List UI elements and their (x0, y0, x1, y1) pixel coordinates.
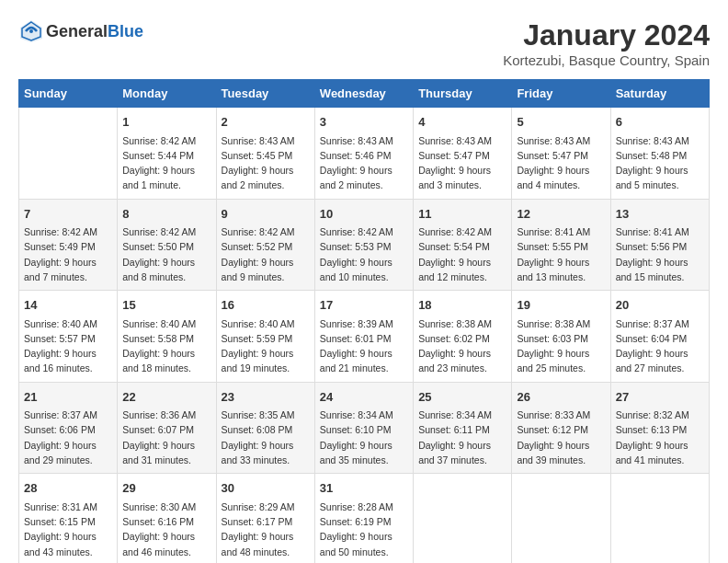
logo-blue-label: Blue (108, 22, 143, 40)
day-info: Sunrise: 8:40 AM Sunset: 5:57 PM Dayligh… (24, 316, 112, 376)
calendar-subtitle: Kortezubi, Basque Country, Spain (503, 52, 710, 68)
day-cell: 16Sunrise: 8:40 AM Sunset: 5:59 PM Dayli… (216, 291, 314, 383)
day-cell: 9Sunrise: 8:42 AM Sunset: 5:52 PM Daylig… (216, 199, 314, 291)
day-info: Sunrise: 8:41 AM Sunset: 5:55 PM Dayligh… (517, 224, 605, 284)
day-info: Sunrise: 8:35 AM Sunset: 6:08 PM Dayligh… (222, 408, 310, 467)
day-cell: 11Sunrise: 8:42 AM Sunset: 5:54 PM Dayli… (414, 199, 512, 291)
day-info: Sunrise: 8:29 AM Sunset: 6:17 PM Dayligh… (222, 500, 310, 559)
calendar-title: January 2024 (503, 18, 710, 52)
day-number: 5 (517, 113, 605, 132)
week-row-4: 21Sunrise: 8:37 AM Sunset: 6:06 PM Dayli… (19, 382, 710, 474)
header-row: Sunday Monday Tuesday Wednesday Thursday… (19, 80, 710, 108)
week-row-5: 28Sunrise: 8:31 AM Sunset: 6:15 PM Dayli… (19, 474, 710, 563)
week-row-3: 14Sunrise: 8:40 AM Sunset: 5:57 PM Dayli… (19, 291, 710, 383)
day-cell: 30Sunrise: 8:29 AM Sunset: 6:17 PM Dayli… (216, 474, 314, 563)
day-info: Sunrise: 8:37 AM Sunset: 6:04 PM Dayligh… (616, 316, 704, 376)
day-cell: 7Sunrise: 8:42 AM Sunset: 5:49 PM Daylig… (19, 199, 118, 291)
day-cell: 2Sunrise: 8:43 AM Sunset: 5:45 PM Daylig… (216, 108, 314, 200)
day-number: 4 (418, 113, 506, 132)
day-cell: 14Sunrise: 8:40 AM Sunset: 5:57 PM Dayli… (19, 291, 118, 383)
day-number: 30 (222, 479, 310, 498)
day-cell: 25Sunrise: 8:34 AM Sunset: 6:11 PM Dayli… (414, 382, 512, 474)
day-cell: 28Sunrise: 8:31 AM Sunset: 6:15 PM Dayli… (19, 474, 118, 563)
day-cell: 24Sunrise: 8:34 AM Sunset: 6:10 PM Dayli… (314, 382, 413, 474)
day-number: 31 (320, 479, 408, 498)
day-info: Sunrise: 8:42 AM Sunset: 5:53 PM Dayligh… (320, 224, 408, 284)
day-info: Sunrise: 8:34 AM Sunset: 6:11 PM Dayligh… (418, 408, 506, 467)
title-area: January 2024 Kortezubi, Basque Country, … (503, 18, 710, 68)
week-row-2: 7Sunrise: 8:42 AM Sunset: 5:49 PM Daylig… (19, 199, 710, 291)
day-info: Sunrise: 8:43 AM Sunset: 5:47 PM Dayligh… (517, 133, 605, 193)
day-number: 16 (222, 296, 310, 315)
day-cell: 27Sunrise: 8:32 AM Sunset: 6:13 PM Dayli… (610, 382, 709, 474)
day-cell: 13Sunrise: 8:41 AM Sunset: 5:56 PM Dayli… (610, 199, 709, 291)
day-cell: 5Sunrise: 8:43 AM Sunset: 5:47 PM Daylig… (512, 108, 610, 200)
calendar-table: Sunday Monday Tuesday Wednesday Thursday… (18, 79, 710, 563)
day-number: 26 (517, 388, 605, 407)
day-number: 17 (320, 296, 408, 315)
day-cell (512, 474, 610, 563)
day-info: Sunrise: 8:43 AM Sunset: 5:47 PM Dayligh… (418, 133, 506, 193)
day-number: 14 (24, 296, 112, 315)
day-info: Sunrise: 8:38 AM Sunset: 6:03 PM Dayligh… (517, 316, 605, 376)
day-number: 13 (616, 205, 704, 224)
day-number: 15 (122, 296, 210, 315)
svg-point-2 (29, 29, 33, 33)
day-cell: 31Sunrise: 8:28 AM Sunset: 6:19 PM Dayli… (314, 474, 413, 563)
logo-text: GeneralBlue (46, 22, 143, 41)
day-cell: 17Sunrise: 8:39 AM Sunset: 6:01 PM Dayli… (314, 291, 413, 383)
day-number: 11 (418, 205, 506, 224)
day-number: 24 (320, 388, 408, 407)
day-number: 7 (24, 205, 112, 224)
day-info: Sunrise: 8:42 AM Sunset: 5:54 PM Dayligh… (418, 224, 506, 284)
day-cell: 15Sunrise: 8:40 AM Sunset: 5:58 PM Dayli… (118, 291, 216, 383)
day-cell: 26Sunrise: 8:33 AM Sunset: 6:12 PM Dayli… (512, 382, 610, 474)
day-cell: 29Sunrise: 8:30 AM Sunset: 6:16 PM Dayli… (118, 474, 216, 563)
day-info: Sunrise: 8:41 AM Sunset: 5:56 PM Dayligh… (616, 224, 704, 284)
day-number: 27 (616, 388, 704, 407)
day-cell: 22Sunrise: 8:36 AM Sunset: 6:07 PM Dayli… (118, 382, 216, 474)
day-info: Sunrise: 8:31 AM Sunset: 6:15 PM Dayligh… (24, 500, 112, 559)
day-number: 21 (24, 388, 112, 407)
logo-general: General (46, 22, 108, 40)
day-info: Sunrise: 8:39 AM Sunset: 6:01 PM Dayligh… (320, 316, 408, 376)
col-sunday: Sunday (19, 80, 118, 108)
day-cell: 20Sunrise: 8:37 AM Sunset: 6:04 PM Dayli… (610, 291, 709, 383)
col-monday: Monday (118, 80, 216, 108)
day-number: 20 (616, 296, 704, 315)
day-info: Sunrise: 8:37 AM Sunset: 6:06 PM Dayligh… (24, 408, 112, 467)
day-number: 10 (320, 205, 408, 224)
day-cell: 12Sunrise: 8:41 AM Sunset: 5:55 PM Dayli… (512, 199, 610, 291)
day-info: Sunrise: 8:42 AM Sunset: 5:49 PM Dayligh… (24, 224, 112, 284)
col-wednesday: Wednesday (314, 80, 413, 108)
day-info: Sunrise: 8:43 AM Sunset: 5:45 PM Dayligh… (222, 133, 310, 193)
day-cell (610, 474, 709, 563)
page-header: GeneralBlue January 2024 Kortezubi, Basq… (18, 18, 710, 68)
day-cell: 3Sunrise: 8:43 AM Sunset: 5:46 PM Daylig… (314, 108, 413, 200)
day-cell: 1Sunrise: 8:42 AM Sunset: 5:44 PM Daylig… (118, 108, 216, 200)
day-number: 6 (616, 113, 704, 132)
day-number: 29 (122, 479, 210, 498)
col-thursday: Thursday (414, 80, 512, 108)
day-number: 22 (122, 388, 210, 407)
day-info: Sunrise: 8:42 AM Sunset: 5:52 PM Dayligh… (222, 224, 310, 284)
day-info: Sunrise: 8:42 AM Sunset: 5:44 PM Dayligh… (122, 133, 210, 193)
day-number: 3 (320, 113, 408, 132)
col-friday: Friday (512, 80, 610, 108)
day-info: Sunrise: 8:28 AM Sunset: 6:19 PM Dayligh… (320, 500, 408, 559)
day-info: Sunrise: 8:34 AM Sunset: 6:10 PM Dayligh… (320, 408, 408, 467)
week-row-1: 1Sunrise: 8:42 AM Sunset: 5:44 PM Daylig… (19, 108, 710, 200)
day-cell: 8Sunrise: 8:42 AM Sunset: 5:50 PM Daylig… (118, 199, 216, 291)
day-cell (19, 108, 118, 200)
day-number: 12 (517, 205, 605, 224)
day-info: Sunrise: 8:33 AM Sunset: 6:12 PM Dayligh… (517, 408, 605, 467)
day-info: Sunrise: 8:32 AM Sunset: 6:13 PM Dayligh… (616, 408, 704, 467)
day-number: 25 (418, 388, 506, 407)
col-saturday: Saturday (610, 80, 709, 108)
day-info: Sunrise: 8:43 AM Sunset: 5:46 PM Dayligh… (320, 133, 408, 193)
day-cell: 23Sunrise: 8:35 AM Sunset: 6:08 PM Dayli… (216, 382, 314, 474)
day-number: 28 (24, 479, 112, 498)
day-cell: 21Sunrise: 8:37 AM Sunset: 6:06 PM Dayli… (19, 382, 118, 474)
day-cell: 18Sunrise: 8:38 AM Sunset: 6:02 PM Dayli… (414, 291, 512, 383)
day-cell (414, 474, 512, 563)
